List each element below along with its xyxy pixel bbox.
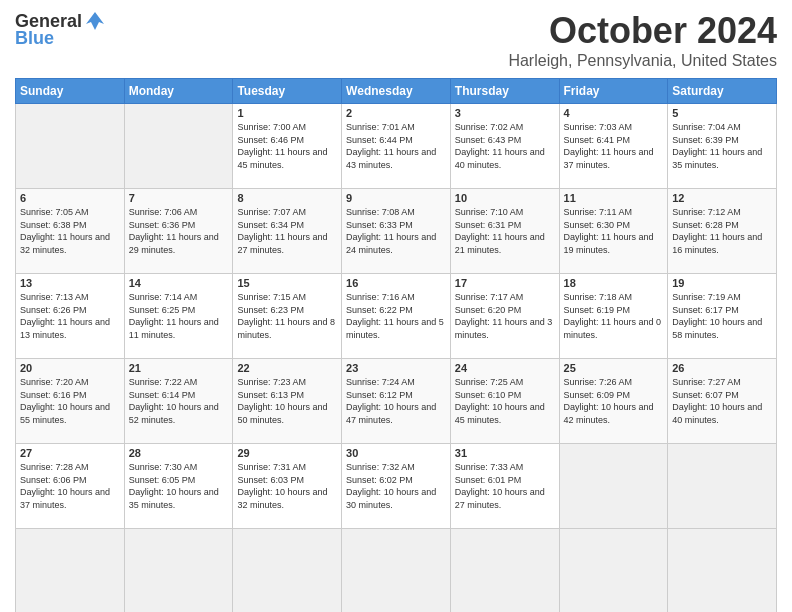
calendar-row [16,529,777,613]
calendar-cell: 24 Sunrise: 7:25 AMSunset: 6:10 PMDaylig… [450,359,559,444]
calendar-cell: 31 Sunrise: 7:33 AMSunset: 6:01 PMDaylig… [450,444,559,529]
day-info: Sunrise: 7:12 AMSunset: 6:28 PMDaylight:… [672,206,772,256]
calendar-cell: 13 Sunrise: 7:13 AMSunset: 6:26 PMDaylig… [16,274,125,359]
logo-bird-icon [84,10,106,32]
day-info: Sunrise: 7:31 AMSunset: 6:03 PMDaylight:… [237,461,337,511]
day-info: Sunrise: 7:17 AMSunset: 6:20 PMDaylight:… [455,291,555,341]
calendar-cell [668,529,777,613]
day-info: Sunrise: 7:05 AMSunset: 6:38 PMDaylight:… [20,206,120,256]
calendar-cell [559,444,668,529]
calendar-cell: 23 Sunrise: 7:24 AMSunset: 6:12 PMDaylig… [342,359,451,444]
day-info: Sunrise: 7:10 AMSunset: 6:31 PMDaylight:… [455,206,555,256]
day-number: 9 [346,192,446,204]
calendar-cell: 3 Sunrise: 7:02 AMSunset: 6:43 PMDayligh… [450,104,559,189]
calendar-cell: 11 Sunrise: 7:11 AMSunset: 6:30 PMDaylig… [559,189,668,274]
day-number: 27 [20,447,120,459]
day-info: Sunrise: 7:20 AMSunset: 6:16 PMDaylight:… [20,376,120,426]
calendar-cell: 9 Sunrise: 7:08 AMSunset: 6:33 PMDayligh… [342,189,451,274]
calendar-cell: 17 Sunrise: 7:17 AMSunset: 6:20 PMDaylig… [450,274,559,359]
calendar-cell: 27 Sunrise: 7:28 AMSunset: 6:06 PMDaylig… [16,444,125,529]
calendar-row: 13 Sunrise: 7:13 AMSunset: 6:26 PMDaylig… [16,274,777,359]
day-number: 26 [672,362,772,374]
day-info: Sunrise: 7:25 AMSunset: 6:10 PMDaylight:… [455,376,555,426]
calendar-cell: 1 Sunrise: 7:00 AMSunset: 6:46 PMDayligh… [233,104,342,189]
calendar-cell [342,529,451,613]
day-number: 7 [129,192,229,204]
day-number: 16 [346,277,446,289]
day-number: 15 [237,277,337,289]
day-info: Sunrise: 7:23 AMSunset: 6:13 PMDaylight:… [237,376,337,426]
svg-marker-0 [86,12,104,30]
day-info: Sunrise: 7:01 AMSunset: 6:44 PMDaylight:… [346,121,446,171]
day-number: 13 [20,277,120,289]
day-number: 28 [129,447,229,459]
day-info: Sunrise: 7:33 AMSunset: 6:01 PMDaylight:… [455,461,555,511]
calendar-cell: 15 Sunrise: 7:15 AMSunset: 6:23 PMDaylig… [233,274,342,359]
day-number: 24 [455,362,555,374]
calendar-cell: 28 Sunrise: 7:30 AMSunset: 6:05 PMDaylig… [124,444,233,529]
calendar-row: 1 Sunrise: 7:00 AMSunset: 6:46 PMDayligh… [16,104,777,189]
header-tuesday: Tuesday [233,79,342,104]
calendar-header-row: Sunday Monday Tuesday Wednesday Thursday… [16,79,777,104]
day-info: Sunrise: 7:00 AMSunset: 6:46 PMDaylight:… [237,121,337,171]
day-info: Sunrise: 7:02 AMSunset: 6:43 PMDaylight:… [455,121,555,171]
day-number: 14 [129,277,229,289]
location-title: Harleigh, Pennsylvania, United States [508,52,777,70]
day-info: Sunrise: 7:13 AMSunset: 6:26 PMDaylight:… [20,291,120,341]
day-number: 11 [564,192,664,204]
calendar-row: 27 Sunrise: 7:28 AMSunset: 6:06 PMDaylig… [16,444,777,529]
day-info: Sunrise: 7:30 AMSunset: 6:05 PMDaylight:… [129,461,229,511]
day-number: 18 [564,277,664,289]
day-info: Sunrise: 7:03 AMSunset: 6:41 PMDaylight:… [564,121,664,171]
day-number: 25 [564,362,664,374]
day-number: 29 [237,447,337,459]
day-number: 2 [346,107,446,119]
day-info: Sunrise: 7:32 AMSunset: 6:02 PMDaylight:… [346,461,446,511]
day-info: Sunrise: 7:06 AMSunset: 6:36 PMDaylight:… [129,206,229,256]
day-info: Sunrise: 7:04 AMSunset: 6:39 PMDaylight:… [672,121,772,171]
month-title: October 2024 [508,10,777,52]
calendar-cell [124,104,233,189]
calendar-cell [450,529,559,613]
calendar-cell: 12 Sunrise: 7:12 AMSunset: 6:28 PMDaylig… [668,189,777,274]
calendar-cell [124,529,233,613]
header-thursday: Thursday [450,79,559,104]
day-info: Sunrise: 7:07 AMSunset: 6:34 PMDaylight:… [237,206,337,256]
day-number: 4 [564,107,664,119]
page-header: General Blue October 2024 Harleigh, Penn… [15,10,777,70]
day-info: Sunrise: 7:27 AMSunset: 6:07 PMDaylight:… [672,376,772,426]
day-number: 1 [237,107,337,119]
day-info: Sunrise: 7:26 AMSunset: 6:09 PMDaylight:… [564,376,664,426]
day-number: 30 [346,447,446,459]
day-number: 22 [237,362,337,374]
day-info: Sunrise: 7:16 AMSunset: 6:22 PMDaylight:… [346,291,446,341]
day-number: 10 [455,192,555,204]
day-info: Sunrise: 7:24 AMSunset: 6:12 PMDaylight:… [346,376,446,426]
calendar-cell: 26 Sunrise: 7:27 AMSunset: 6:07 PMDaylig… [668,359,777,444]
calendar-cell: 29 Sunrise: 7:31 AMSunset: 6:03 PMDaylig… [233,444,342,529]
calendar-cell: 22 Sunrise: 7:23 AMSunset: 6:13 PMDaylig… [233,359,342,444]
day-number: 3 [455,107,555,119]
calendar-cell: 20 Sunrise: 7:20 AMSunset: 6:16 PMDaylig… [16,359,125,444]
calendar-cell: 19 Sunrise: 7:19 AMSunset: 6:17 PMDaylig… [668,274,777,359]
day-number: 17 [455,277,555,289]
day-number: 31 [455,447,555,459]
day-number: 21 [129,362,229,374]
header-sunday: Sunday [16,79,125,104]
header-monday: Monday [124,79,233,104]
calendar-cell: 21 Sunrise: 7:22 AMSunset: 6:14 PMDaylig… [124,359,233,444]
day-number: 19 [672,277,772,289]
calendar-row: 20 Sunrise: 7:20 AMSunset: 6:16 PMDaylig… [16,359,777,444]
calendar-cell: 2 Sunrise: 7:01 AMSunset: 6:44 PMDayligh… [342,104,451,189]
calendar-cell [233,529,342,613]
calendar-cell: 7 Sunrise: 7:06 AMSunset: 6:36 PMDayligh… [124,189,233,274]
calendar-cell: 18 Sunrise: 7:18 AMSunset: 6:19 PMDaylig… [559,274,668,359]
title-section: October 2024 Harleigh, Pennsylvania, Uni… [508,10,777,70]
calendar-cell [16,104,125,189]
day-info: Sunrise: 7:19 AMSunset: 6:17 PMDaylight:… [672,291,772,341]
calendar-cell: 6 Sunrise: 7:05 AMSunset: 6:38 PMDayligh… [16,189,125,274]
day-number: 12 [672,192,772,204]
logo: General Blue [15,10,106,49]
calendar-cell: 5 Sunrise: 7:04 AMSunset: 6:39 PMDayligh… [668,104,777,189]
day-info: Sunrise: 7:15 AMSunset: 6:23 PMDaylight:… [237,291,337,341]
